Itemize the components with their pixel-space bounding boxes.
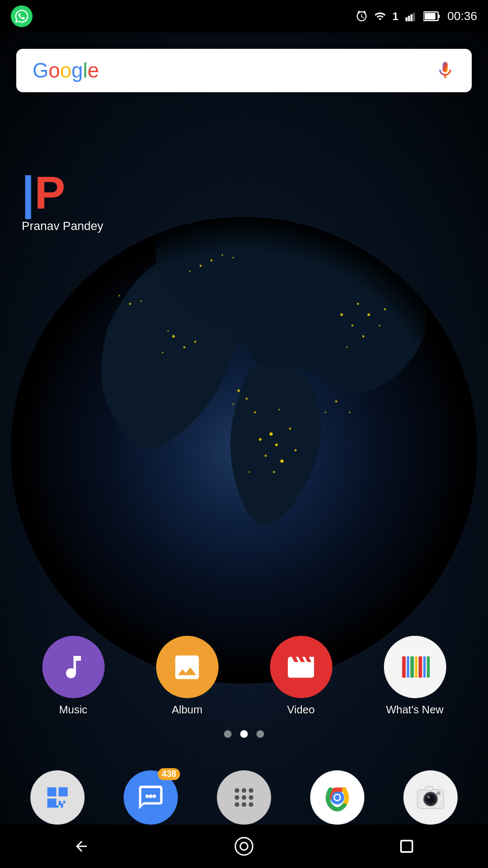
page-dot-2[interactable] (240, 730, 248, 738)
svg-point-66 (249, 802, 254, 807)
whatsapp-notification-icon (11, 5, 33, 27)
svg-point-71 (335, 795, 339, 800)
video-label: Video (287, 704, 315, 716)
svg-rect-51 (415, 656, 417, 678)
alarm-icon (356, 10, 368, 22)
music-icon-circle (42, 636, 105, 698)
svg-rect-54 (427, 656, 429, 678)
video-app[interactable]: Video (270, 636, 332, 716)
svg-rect-49 (407, 656, 409, 678)
page-dots (0, 730, 488, 738)
voice-search-icon[interactable] (435, 57, 455, 84)
navigation-bar (0, 825, 488, 868)
sim-indicator: 1 (393, 10, 399, 23)
sms-dock-item[interactable]: 438 (124, 770, 178, 825)
page-dot-1[interactable] (224, 730, 232, 738)
search-bar-container: Google (0, 38, 488, 103)
svg-point-56 (149, 795, 153, 799)
sms-badge: 438 (158, 768, 180, 780)
svg-rect-84 (401, 841, 413, 852)
camera-dock-item[interactable] (403, 770, 458, 825)
album-label: Album (172, 704, 203, 716)
svg-rect-47 (425, 13, 435, 20)
svg-point-60 (249, 788, 254, 793)
profile-avatar: |P (22, 168, 70, 217)
album-app[interactable]: Album (156, 636, 219, 716)
svg-point-55 (145, 795, 149, 799)
back-button[interactable] (65, 830, 98, 863)
music-label: Music (59, 704, 87, 716)
svg-point-83 (240, 843, 248, 850)
svg-rect-52 (419, 656, 422, 678)
svg-point-81 (427, 796, 431, 799)
video-icon-circle (270, 636, 332, 698)
svg-rect-50 (410, 656, 414, 678)
google-search-bar[interactable]: Google (16, 49, 472, 92)
svg-rect-42 (408, 16, 410, 21)
svg-point-59 (242, 788, 247, 793)
whatsnew-label: What's New (386, 704, 444, 716)
wifi-icon (374, 10, 386, 22)
svg-rect-41 (406, 17, 408, 21)
svg-rect-48 (402, 656, 406, 678)
svg-point-64 (235, 802, 240, 807)
whatsnew-icon-circle (384, 636, 446, 698)
svg-rect-43 (410, 14, 413, 21)
svg-point-62 (242, 795, 247, 800)
profile-name: Pranav Pandey (22, 219, 103, 233)
recents-button[interactable] (390, 830, 423, 863)
status-time: 00:36 (447, 9, 477, 23)
svg-rect-78 (425, 787, 433, 791)
dialer-dock-item[interactable] (30, 770, 85, 825)
profile-section: |P Pranav Pandey (22, 168, 103, 233)
whatsnew-app[interactable]: What's New (384, 636, 446, 716)
album-icon-circle (156, 636, 219, 698)
svg-point-61 (235, 795, 240, 800)
signal-icon (405, 10, 417, 22)
svg-rect-46 (438, 15, 440, 18)
chrome-dock-item[interactable] (310, 770, 364, 825)
svg-point-57 (152, 795, 156, 799)
home-button[interactable] (228, 830, 260, 863)
status-left (11, 5, 33, 27)
dock: 438 (0, 770, 488, 825)
svg-point-58 (235, 788, 240, 793)
svg-point-82 (235, 838, 253, 855)
drawer-dock-item[interactable] (217, 770, 271, 825)
svg-point-65 (242, 802, 247, 807)
music-app[interactable]: Music (42, 636, 105, 716)
svg-rect-53 (423, 656, 425, 678)
svg-point-63 (249, 795, 254, 800)
svg-point-40 (11, 217, 477, 684)
battery-icon (423, 10, 441, 22)
page-dot-3[interactable] (256, 730, 264, 738)
status-bar: 1 00:36 (0, 0, 488, 33)
app-icons-row: Music Album Video (0, 636, 488, 716)
google-logo: Google (33, 59, 99, 82)
status-right: 1 00:36 (356, 9, 477, 23)
svg-rect-44 (413, 13, 415, 22)
svg-point-79 (436, 791, 441, 795)
